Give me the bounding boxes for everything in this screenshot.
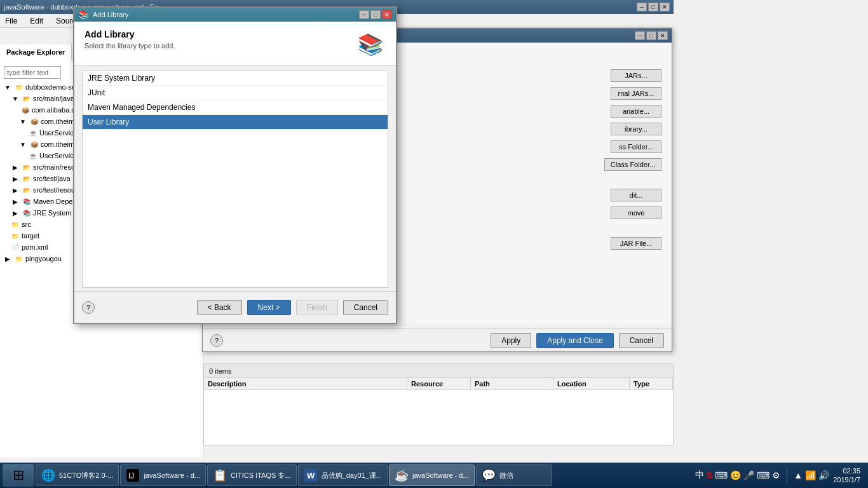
taskbar-item-intellij[interactable]: IJ javaSoftware - d... [120, 464, 206, 486]
svg-text:W: W [307, 471, 315, 480]
properties-close[interactable]: ✕ [658, 31, 668, 40]
close-button[interactable]: ✕ [660, 3, 670, 11]
taskbar-item-word[interactable]: W 品优购_day01_课... [298, 464, 388, 486]
taskbar-icon-wechat: 💬 [482, 468, 496, 482]
java-file-icon: ☕ [28, 151, 38, 161]
add-library-title-icon: 📚 [78, 10, 89, 20]
table-header: Description Resource Path Location Type [204, 378, 673, 390]
next-button[interactable]: Next > [247, 300, 291, 315]
folder-icon: 📂 [22, 173, 32, 184]
properties-maximize[interactable]: □ [646, 31, 656, 40]
remove-button[interactable]: move [611, 207, 661, 219]
tree-filter-input[interactable] [4, 66, 61, 79]
start-icon: ⊞ [13, 467, 24, 484]
add-library-header: Add Library Select the library type to a… [74, 22, 396, 65]
properties-apply-button[interactable]: Apply [491, 333, 531, 348]
properties-cancel-button[interactable]: Cancel [619, 333, 664, 348]
lib-item-maven[interactable]: Maven Managed Dependencies [83, 100, 388, 115]
properties-help-button[interactable]: ? [210, 334, 223, 347]
svg-text:IJ: IJ [128, 471, 134, 480]
expand-icon: ▶ [10, 196, 20, 207]
folder-icon: 📂 [22, 93, 32, 104]
lib-item-junit[interactable]: JUnit [83, 86, 388, 100]
add-library-footer: ? < Back Next > Finish Cancel [74, 291, 396, 323]
properties-apply-close-button[interactable]: Apply and Close [536, 333, 613, 348]
edit-button[interactable]: dit... [611, 189, 661, 201]
taskbar-icon-eclipse: ☕ [395, 468, 409, 482]
start-button[interactable]: ⊞ [3, 464, 34, 487]
add-library-button[interactable]: ibrary... [611, 123, 661, 135]
menu-file[interactable]: File [3, 15, 20, 27]
sogou-icon: S [707, 470, 712, 480]
keyboard-icon: ⌨ [715, 470, 728, 480]
taskbar-item-wechat[interactable]: 💬 微信 [476, 464, 552, 486]
taskbar: ⊞ 🌐 51CTO博客2.0-... IJ javaSoftware - d..… [0, 463, 868, 488]
footer-left: ? [82, 301, 95, 314]
expand-icon: ▼ [18, 116, 28, 126]
taskbar-right: 中 S ⌨ 😊 🎤 ⌨ ⚙ ▲ 📶 🔊 02:35 2019/1/7 [695, 466, 865, 485]
add-class-folder-button[interactable]: ss Folder... [611, 140, 661, 153]
add-library-dialog: 📚 Add Library ─ □ ✕ Add Library Select t… [73, 6, 397, 324]
add-library-footer-buttons: < Back Next > Finish Cancel [197, 300, 388, 315]
add-library-close[interactable]: ✕ [382, 10, 392, 19]
settings-icon2: ⚙ [772, 470, 780, 480]
migrate-jar-button[interactable]: JAR File... [611, 237, 661, 250]
col-type: Type [630, 378, 673, 390]
back-button[interactable]: < Back [197, 300, 242, 315]
add-external-jars-button[interactable]: rnal JARs... [611, 87, 661, 100]
package-icon: 📦 [20, 105, 31, 115]
folder-icon: 📂 [22, 185, 32, 195]
lib-item-user-library[interactable]: User Library [83, 115, 388, 130]
bottom-panel-item-count: 0 items [209, 367, 231, 375]
expand-icon: ▶ [10, 185, 20, 195]
expand-icon: ▼ [18, 139, 28, 149]
notification-tray: ▲ 📶 🔊 [794, 470, 829, 480]
folder-icon: 📁 [10, 219, 20, 229]
library-icon: 📚 [22, 196, 32, 207]
tab-package-explorer[interactable]: Package Explorer [0, 44, 72, 61]
taskbar-icon-intellij: IJ [126, 468, 140, 482]
library-type-list[interactable]: JRE System Library JUnit Maven Managed D… [82, 71, 388, 288]
expand-icon: ▶ [10, 173, 20, 184]
minimize-button[interactable]: ─ [637, 3, 647, 11]
add-library-body: JRE System Library JUnit Maven Managed D… [74, 65, 396, 293]
add-library-title-bar: 📚 Add Library ─ □ ✕ [74, 8, 396, 22]
taskbar-item-citics[interactable]: 📋 CITICS ITAQS 专... [207, 464, 297, 486]
taskbar-icon-word: W [304, 468, 318, 482]
clock-time: 02:35 [833, 466, 860, 475]
window-controls: ─ □ ✕ [637, 3, 670, 11]
library-icon: 📚 [22, 208, 32, 218]
add-variable-button[interactable]: ariable... [611, 105, 661, 118]
add-library-minimize[interactable]: ─ [359, 10, 369, 19]
add-jars-button[interactable]: JARs... [611, 69, 661, 82]
add-library-header-text: Add Library Select the library type to a… [85, 29, 175, 50]
clock-date: 2019/1/7 [833, 475, 860, 484]
java-file-icon: ☕ [28, 128, 38, 138]
expand-icon: ▼ [10, 93, 20, 104]
add-ext-class-folder-button[interactable]: Class Folder... [604, 158, 661, 171]
maximize-button[interactable]: □ [648, 3, 658, 11]
taskbar-item-eclipse-active[interactable]: ☕ javaSoftware - d... [389, 464, 475, 486]
expand-icon: ▶ [10, 162, 20, 172]
add-library-title-text: Add Library [93, 11, 128, 18]
project-folder-icon: 📁 [14, 254, 24, 264]
arrow-up-icon: ▲ [794, 470, 803, 480]
system-clock[interactable]: 02:35 2019/1/7 [833, 466, 860, 485]
add-library-help-button[interactable]: ? [82, 301, 95, 314]
bottom-panel: 0 items Description Resource Path Locati… [203, 363, 674, 446]
properties-minimize[interactable]: ─ [635, 31, 645, 40]
taskbar-item-51cto[interactable]: 🌐 51CTO博客2.0-... [36, 464, 119, 486]
lang-indicator: 中 [695, 470, 704, 481]
add-library-subheading: Select the library type to add. [85, 42, 175, 50]
finish-button[interactable]: Finish [296, 300, 338, 315]
add-library-maximize[interactable]: □ [370, 10, 381, 19]
bottom-panel-header: 0 items [204, 364, 673, 378]
folder-icon: 📂 [22, 162, 32, 172]
col-resource: Resource [407, 378, 471, 390]
package-icon: 📦 [29, 139, 39, 149]
expand-icon: ▶ [3, 254, 13, 264]
menu-edit[interactable]: Edit [27, 15, 46, 27]
add-library-heading: Add Library [85, 29, 175, 39]
lib-item-jre[interactable]: JRE System Library [83, 71, 388, 86]
add-library-cancel-button[interactable]: Cancel [343, 300, 388, 315]
